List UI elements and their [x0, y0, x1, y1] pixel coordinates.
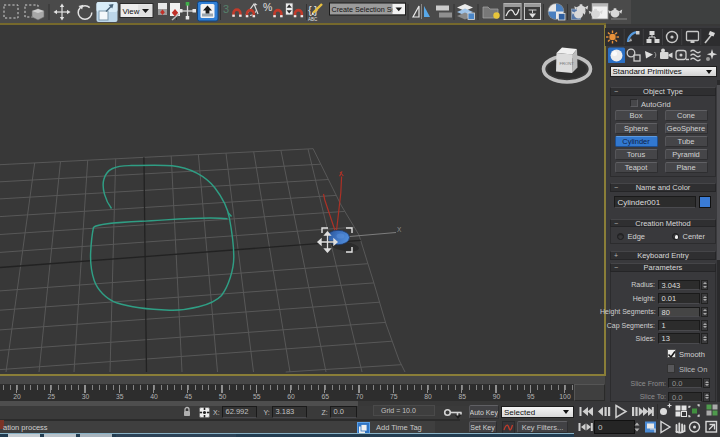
- svg-text:X: X: [397, 226, 402, 233]
- svg-text:ABC: ABC: [308, 17, 318, 22]
- svg-text:View: View: [123, 7, 140, 16]
- svg-text:FRONT: FRONT: [560, 61, 575, 66]
- svg-text:%: %: [263, 1, 272, 13]
- svg-text:3: 3: [223, 3, 229, 15]
- svg-text:Create Selection Se: Create Selection Se: [332, 5, 396, 14]
- svg-text:0: 0: [598, 423, 603, 432]
